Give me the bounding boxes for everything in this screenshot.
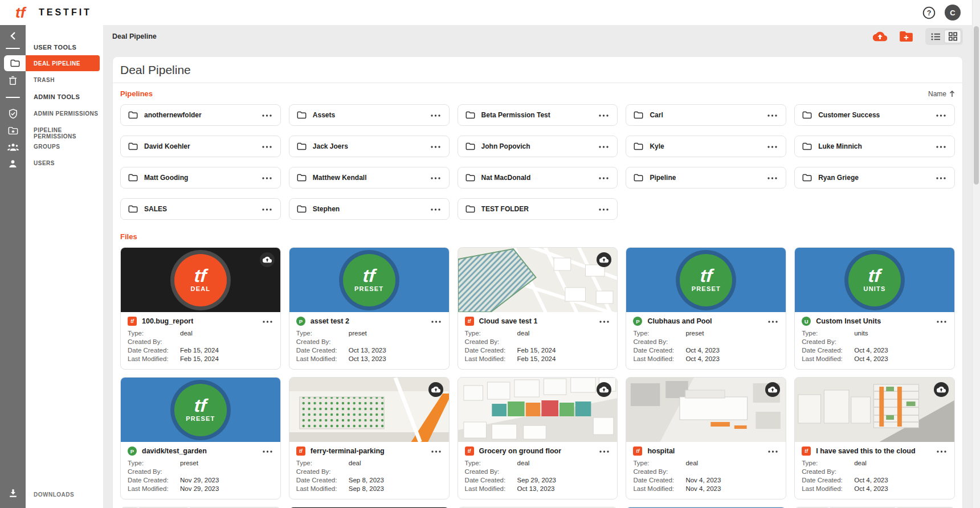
pipeline-folder-card[interactable]: Jack Joers bbox=[289, 136, 450, 157]
deal-pipeline-folder-icon[interactable] bbox=[4, 55, 26, 71]
folder-menu-icon[interactable] bbox=[261, 112, 273, 119]
add-folder-icon[interactable] bbox=[900, 31, 913, 42]
file-metadata: Type: deal Created By: Date Created: Feb… bbox=[465, 330, 611, 362]
sidebar-item-admin-permissions[interactable]: ADMIN PERMISSIONS bbox=[34, 110, 99, 117]
rail-divider bbox=[6, 97, 20, 98]
file-menu-icon[interactable] bbox=[598, 318, 610, 325]
help-icon[interactable]: ? bbox=[922, 6, 936, 19]
file-card[interactable]: tfPRESET P asset test 2 Type: preset Cre… bbox=[289, 247, 450, 370]
file-thumbnail bbox=[289, 378, 449, 442]
folder-menu-icon[interactable] bbox=[935, 174, 947, 182]
created-by-label: Created By: bbox=[633, 338, 685, 345]
file-card[interactable]: tfDEAL tf 100.bug_report Type: deal Crea… bbox=[120, 247, 281, 370]
pipeline-folder-card[interactable]: Carl bbox=[626, 104, 786, 126]
sidebar-item-pipeline-permissions[interactable]: PIPELINE PERMISSIONS bbox=[34, 127, 103, 140]
pipeline-folder-card[interactable]: David Koehler bbox=[120, 136, 281, 157]
sort-control[interactable]: Name bbox=[928, 90, 955, 98]
pipeline-folder-card[interactable]: anothernewfolder bbox=[120, 104, 281, 126]
pipeline-folder-card[interactable]: Ryan Griege bbox=[794, 167, 955, 189]
file-menu-icon[interactable] bbox=[936, 318, 948, 325]
admin-permissions-shield-icon[interactable] bbox=[0, 106, 26, 122]
file-menu-icon[interactable] bbox=[598, 448, 610, 455]
folder-menu-icon[interactable] bbox=[430, 206, 442, 213]
file-card[interactable]: tfUNITS U Custom Inset Units Type: units… bbox=[794, 247, 955, 370]
folder-menu-icon[interactable] bbox=[261, 174, 273, 182]
sidebar-item-downloads[interactable]: DOWNLOADS bbox=[34, 491, 74, 498]
pipeline-folder-card[interactable]: Customer Success bbox=[794, 104, 955, 126]
cloud-upload-icon[interactable] bbox=[873, 31, 887, 42]
date-created-value: Oct 13, 2023 bbox=[349, 347, 442, 354]
pipeline-folder-card[interactable]: Kyle bbox=[626, 136, 786, 157]
date-created-value: Sep 29, 2023 bbox=[517, 477, 611, 484]
folder-menu-icon[interactable] bbox=[430, 143, 442, 150]
breadcrumb[interactable]: Deal Pipeline bbox=[112, 32, 157, 40]
file-card[interactable]: tf Grocery on ground floor Type: deal Cr… bbox=[458, 377, 618, 499]
pipeline-folder-card[interactable]: TEST FOLDER bbox=[458, 198, 618, 220]
pipeline-folder-card[interactable]: SALES bbox=[120, 198, 281, 220]
folder-name: Kyle bbox=[650, 142, 664, 150]
pipeline-folder-card[interactable]: Beta Permission Test bbox=[458, 104, 618, 126]
avatar[interactable]: C bbox=[945, 5, 961, 21]
sidebar-item-groups[interactable]: GROUPS bbox=[34, 144, 60, 150]
folder-icon bbox=[466, 111, 475, 119]
file-menu-icon[interactable] bbox=[430, 318, 442, 325]
groups-people-icon[interactable] bbox=[0, 139, 26, 155]
last-modified-value: Feb 15, 2024 bbox=[180, 355, 273, 362]
folder-menu-icon[interactable] bbox=[598, 174, 610, 182]
pipelines-heading: Pipelines bbox=[120, 89, 153, 98]
thumbnail-logo-disc: tfUNITS bbox=[848, 254, 901, 306]
folder-menu-icon[interactable] bbox=[261, 206, 273, 213]
file-menu-icon[interactable] bbox=[430, 448, 442, 455]
date-created-label: Date Created: bbox=[296, 477, 349, 484]
sidebar-item-deal-pipeline[interactable]: DEAL PIPELINE bbox=[26, 55, 100, 71]
pipeline-folder-card[interactable]: Nat MacDonald bbox=[458, 167, 618, 189]
sidebar-item-users[interactable]: USERS bbox=[34, 160, 55, 166]
pipeline-folder-card[interactable]: Luke Minnich bbox=[794, 136, 955, 157]
downloads-icon[interactable] bbox=[0, 485, 26, 501]
pipeline-folder-card[interactable]: Stephen bbox=[289, 198, 450, 220]
trash-icon[interactable] bbox=[0, 72, 26, 88]
file-name: 100.bug_report bbox=[142, 317, 193, 325]
folder-menu-icon[interactable] bbox=[430, 112, 442, 119]
pipeline-folder-card[interactable]: Assets bbox=[289, 104, 450, 126]
file-menu-icon[interactable] bbox=[767, 318, 779, 325]
folder-menu-icon[interactable] bbox=[261, 143, 273, 150]
folder-menu-icon[interactable] bbox=[598, 112, 610, 119]
folder-menu-icon[interactable] bbox=[766, 143, 778, 150]
folder-menu-icon[interactable] bbox=[430, 174, 442, 182]
file-card[interactable]: tf ferry-terminal-parking Type: deal Cre… bbox=[289, 377, 450, 499]
file-menu-icon[interactable] bbox=[767, 448, 779, 455]
file-card[interactable]: tf I have saved this to the cloud Type: … bbox=[794, 377, 955, 499]
file-card[interactable]: tfPRESET P davidk/test_garden Type: pres… bbox=[120, 377, 281, 499]
file-card[interactable]: tfPRESET P Clubhaus and Pool Type: prese… bbox=[626, 247, 786, 370]
folder-menu-icon[interactable] bbox=[935, 112, 947, 119]
pipeline-folder-card[interactable]: Pipeline bbox=[626, 167, 786, 189]
folder-menu-icon[interactable] bbox=[935, 143, 947, 150]
testfit-logo: tf TESTFIT bbox=[15, 5, 92, 21]
file-menu-icon[interactable] bbox=[262, 318, 273, 325]
pipeline-folder-card[interactable]: Matthew Kendall bbox=[289, 167, 450, 189]
pipeline-folder-card[interactable]: John Popovich bbox=[458, 136, 618, 157]
list-view-button[interactable] bbox=[927, 30, 944, 43]
folder-menu-icon[interactable] bbox=[598, 143, 610, 150]
folder-menu-icon[interactable] bbox=[766, 174, 778, 182]
file-menu-icon[interactable] bbox=[262, 448, 273, 455]
file-card[interactable]: tf hospital Type: deal Created By: Date … bbox=[626, 377, 786, 499]
scrollbar-thumb[interactable] bbox=[974, 26, 979, 185]
pipeline-permissions-folder-star-icon[interactable] bbox=[0, 122, 26, 138]
users-person-icon[interactable] bbox=[0, 155, 26, 171]
folder-menu-icon[interactable] bbox=[766, 112, 778, 119]
type-label: Type: bbox=[802, 330, 854, 337]
type-label: Type: bbox=[296, 460, 349, 466]
toolbar-actions bbox=[873, 28, 963, 45]
sidebar-item-trash[interactable]: TRASH bbox=[34, 77, 55, 83]
file-title-row: P davidk/test_garden bbox=[128, 446, 273, 456]
file-card[interactable]: tf Cloud save test 1 Type: deal Created … bbox=[458, 247, 618, 370]
collapse-sidebar-icon[interactable] bbox=[0, 31, 26, 40]
thumbnail-type-label: PRESET bbox=[354, 285, 383, 292]
grid-view-button[interactable] bbox=[944, 30, 961, 43]
folder-menu-icon[interactable] bbox=[598, 206, 610, 213]
pipeline-folder-card[interactable]: Matt Gooding bbox=[120, 167, 281, 189]
file-menu-icon[interactable] bbox=[936, 448, 948, 455]
folder-name: Ryan Griege bbox=[818, 174, 859, 182]
